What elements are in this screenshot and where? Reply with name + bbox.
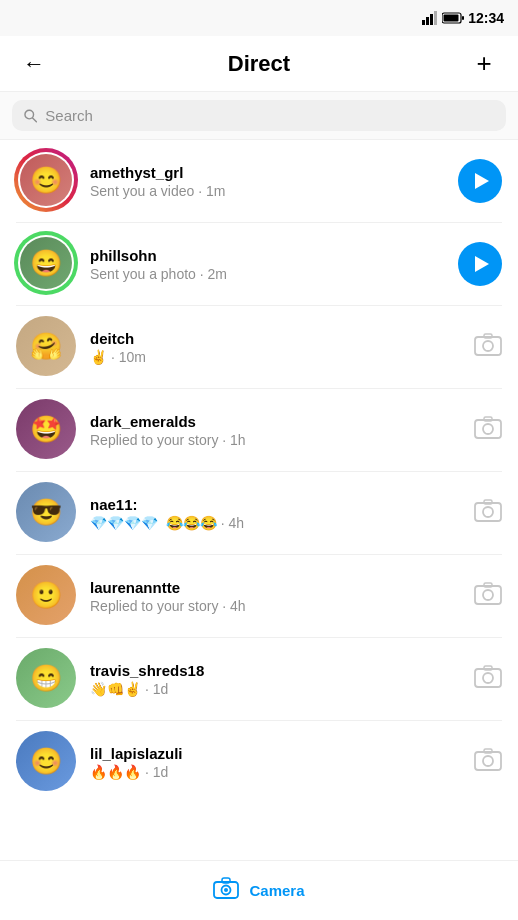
svg-rect-5 [462, 16, 464, 20]
list-item[interactable]: 🤩 dark_emeralds Replied to your story · … [0, 389, 518, 471]
camera-button[interactable] [474, 582, 502, 610]
message-preview: Replied to your story · 4h [90, 598, 464, 614]
back-button[interactable]: ← [16, 46, 52, 82]
camera-button[interactable] [474, 665, 502, 693]
page-title: Direct [228, 51, 290, 77]
list-item[interactable]: 😄 phillsohn Sent you a photo · 2m [0, 223, 518, 305]
avatar: 🙂 [16, 565, 78, 627]
svg-point-16 [483, 507, 493, 517]
svg-point-25 [483, 756, 493, 766]
username: lil_lapislazuli [90, 745, 464, 762]
svg-line-8 [33, 117, 37, 121]
avatar: 😁 [16, 648, 78, 710]
svg-rect-3 [434, 11, 437, 25]
svg-rect-15 [475, 503, 501, 521]
username: laurenanntte [90, 579, 464, 596]
status-bar: 12:34 [0, 0, 518, 36]
svg-rect-23 [484, 666, 492, 670]
camera-nav-icon [213, 877, 239, 905]
avatar: 😊 [16, 150, 78, 212]
svg-point-10 [483, 341, 493, 351]
bottom-nav[interactable]: Camera [0, 860, 518, 920]
battery-icon [442, 12, 464, 24]
list-item[interactable]: 🤗 deitch ✌️ · 10m [0, 306, 518, 388]
svg-rect-1 [426, 17, 429, 25]
avatar: 😄 [16, 233, 78, 295]
svg-rect-2 [430, 14, 433, 25]
message-content: nae11: 💎💎💎💎 😂😂😂 · 4h [90, 496, 464, 531]
svg-rect-29 [222, 878, 230, 883]
avatar: 🤗 [16, 316, 78, 378]
message-content: amethyst_grl Sent you a video · 1m [90, 164, 448, 199]
avatar: 😎 [16, 482, 78, 544]
message-preview: 🔥🔥🔥 · 1d [90, 764, 464, 780]
list-item[interactable]: 😊 amethyst_grl Sent you a video · 1m [0, 140, 518, 222]
camera-button[interactable] [474, 499, 502, 527]
username: nae11: [90, 496, 464, 513]
svg-rect-26 [484, 749, 492, 753]
list-item[interactable]: 😁 travis_shreds18 👋👊✌️ · 1d [0, 638, 518, 720]
camera-button[interactable] [474, 333, 502, 361]
message-content: laurenanntte Replied to your story · 4h [90, 579, 464, 614]
svg-rect-20 [484, 583, 492, 587]
svg-point-13 [483, 424, 493, 434]
message-content: travis_shreds18 👋👊✌️ · 1d [90, 662, 464, 697]
svg-rect-18 [475, 586, 501, 604]
list-item[interactable]: 😊 lil_lapislazuli 🔥🔥🔥 · 1d [0, 721, 518, 803]
camera-button[interactable] [474, 416, 502, 444]
svg-point-22 [483, 673, 493, 683]
message-content: deitch ✌️ · 10m [90, 330, 464, 365]
message-preview: Sent you a photo · 2m [90, 266, 448, 282]
svg-point-30 [224, 888, 228, 892]
avatar: 😊 [16, 731, 78, 793]
search-icon [24, 109, 37, 123]
camera-nav-label: Camera [249, 882, 304, 899]
username: deitch [90, 330, 464, 347]
status-time: 12:34 [468, 10, 504, 26]
svg-rect-9 [475, 337, 501, 355]
list-item[interactable]: 🙂 laurenanntte Replied to your story · 4… [0, 555, 518, 637]
avatar: 🤩 [16, 399, 78, 461]
svg-rect-24 [475, 752, 501, 770]
message-content: dark_emeralds Replied to your story · 1h [90, 413, 464, 448]
message-preview: Replied to your story · 1h [90, 432, 464, 448]
search-bar [0, 92, 518, 140]
search-input-wrap [12, 100, 506, 131]
message-preview: 💎💎💎💎 😂😂😂 · 4h [90, 515, 464, 531]
svg-rect-11 [484, 334, 492, 338]
status-icons: 12:34 [422, 10, 504, 26]
message-preview: Sent you a video · 1m [90, 183, 448, 199]
svg-rect-6 [444, 15, 459, 22]
svg-point-19 [483, 590, 493, 600]
message-content: lil_lapislazuli 🔥🔥🔥 · 1d [90, 745, 464, 780]
message-content: phillsohn Sent you a photo · 2m [90, 247, 448, 282]
play-button[interactable] [458, 159, 502, 203]
list-item[interactable]: 😎 nae11: 💎💎💎💎 😂😂😂 · 4h [0, 472, 518, 554]
svg-rect-21 [475, 669, 501, 687]
svg-rect-0 [422, 20, 425, 25]
header: ← Direct + [0, 36, 518, 92]
signal-icon [422, 11, 438, 25]
username: amethyst_grl [90, 164, 448, 181]
username: phillsohn [90, 247, 448, 264]
svg-rect-14 [484, 417, 492, 421]
search-input[interactable] [45, 107, 494, 124]
svg-rect-17 [484, 500, 492, 504]
play-button[interactable] [458, 242, 502, 286]
username: dark_emeralds [90, 413, 464, 430]
camera-button[interactable] [474, 748, 502, 776]
svg-rect-12 [475, 420, 501, 438]
message-list: 😊 amethyst_grl Sent you a video · 1m [0, 140, 518, 858]
message-preview: ✌️ · 10m [90, 349, 464, 365]
message-preview: 👋👊✌️ · 1d [90, 681, 464, 697]
username: travis_shreds18 [90, 662, 464, 679]
add-button[interactable]: + [466, 46, 502, 82]
